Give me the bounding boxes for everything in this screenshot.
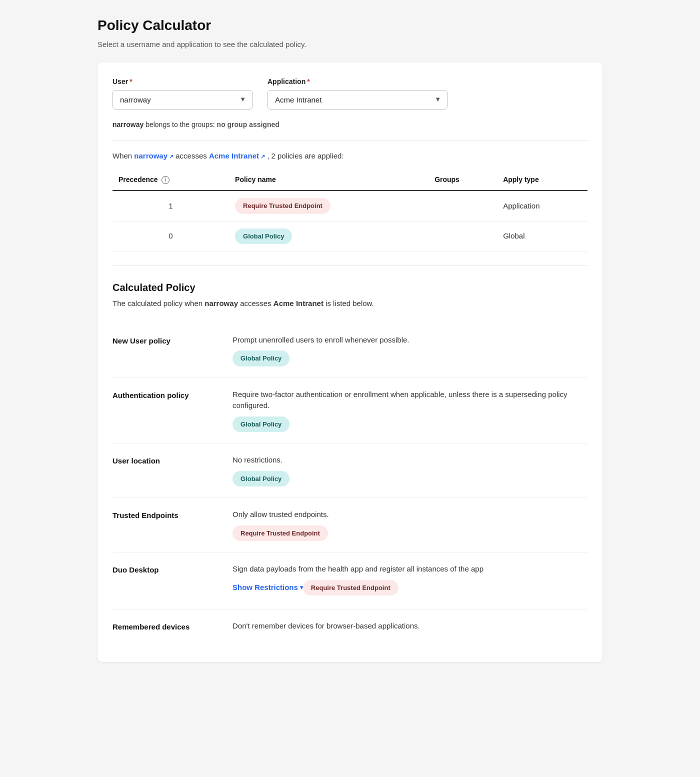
calculated-policy-section: Calculated Policy The calculated policy … <box>112 280 588 648</box>
calculated-policy-title: Calculated Policy <box>112 280 588 295</box>
cell-policy-name: Global Policy <box>229 221 428 252</box>
calculated-policy-desc: The calculated policy when narroway acce… <box>112 298 588 310</box>
policy-detail-text: Prompt unenrolled users to enroll whenev… <box>232 334 588 346</box>
group-info-belongs: belongs to the groups: <box>146 120 215 128</box>
page-subtitle: Select a username and application to see… <box>98 39 602 50</box>
cell-groups <box>428 221 497 252</box>
calculated-policy-row: User locationNo restrictions.Global Poli… <box>112 444 588 498</box>
application-select-wrapper[interactable]: Acme Intranet ▼ <box>268 90 448 110</box>
policy-detail-text: No restrictions. <box>232 454 588 466</box>
calculated-policy-detail: Require two-factor authentication or enr… <box>232 389 588 432</box>
calculated-policy-detail: Don't remember devices for browser-based… <box>232 620 588 637</box>
page-title: Policy Calculator <box>98 15 602 36</box>
group-info: narroway belongs to the groups: no group… <box>112 120 588 140</box>
user-select[interactable]: narroway <box>112 90 252 110</box>
cell-precedence: 0 <box>112 221 229 252</box>
calculated-policy-label: Duo Desktop <box>112 564 212 598</box>
table-row: 1Require Trusted EndpointApplication <box>112 190 588 221</box>
application-label: Application* <box>268 76 448 87</box>
policy-detail-text: Only allow trusted endpoints. <box>232 509 588 520</box>
policy-summary-middle: accesses <box>176 152 207 160</box>
col-precedence: Precedence i <box>112 170 229 190</box>
cell-groups <box>428 190 497 221</box>
policy-badge: Global Policy <box>235 228 292 244</box>
policy-detail-text: Require two-factor authentication or enr… <box>232 389 588 412</box>
calculated-policy-label: User location <box>112 454 212 486</box>
policy-summary-app-link[interactable]: Acme Intranet↗ <box>209 152 267 160</box>
calculated-policy-detail: No restrictions.Global Policy <box>232 454 588 486</box>
calculated-policy-label: Remembered devices <box>112 620 212 637</box>
col-policy-name: Policy name <box>229 170 428 190</box>
show-restrictions-label: Show Restrictions <box>232 582 298 594</box>
calculated-policy-label: Trusted Endpoints <box>112 509 212 541</box>
section-divider <box>112 266 588 266</box>
policy-summary-text-before: When <box>112 152 132 160</box>
policy-detail-text: Sign data payloads from the health app a… <box>232 564 588 575</box>
user-select-wrapper[interactable]: narroway ▼ <box>112 90 252 110</box>
calculated-policy-detail: Sign data payloads from the health app a… <box>232 564 588 598</box>
calculated-policy-badge: Global Policy <box>232 416 290 432</box>
calculated-policy-rows: New User policyPrompt unenrolled users t… <box>112 324 588 648</box>
calculated-policy-row: Duo DesktopSign data payloads from the h… <box>112 552 588 610</box>
cell-policy-name: Require Trusted Endpoint <box>229 190 428 221</box>
calculated-policy-label: Authentication policy <box>112 389 212 432</box>
policies-table: Precedence i Policy name Groups Apply ty… <box>112 170 588 252</box>
calculated-policy-detail: Prompt unenrolled users to enroll whenev… <box>232 334 588 366</box>
policy-summary-username-link[interactable]: narroway↗ <box>134 152 176 160</box>
cell-precedence: 1 <box>112 190 229 221</box>
app-ext-icon: ↗ <box>260 152 265 161</box>
form-row: User* narroway ▼ Application* Acme Intra… <box>112 76 588 110</box>
policy-summary: When narroway↗ accesses Acme Intranet↗ ,… <box>112 150 588 162</box>
calculated-policy-badge: Require Trusted Endpoint <box>303 580 398 596</box>
policy-detail-text: Don't remember devices for browser-based… <box>232 620 588 632</box>
application-select[interactable]: Acme Intranet <box>268 90 448 110</box>
calculated-policy-badge: Global Policy <box>232 350 290 366</box>
cell-apply-type: Application <box>497 190 588 221</box>
group-info-no-group: no group assigned <box>217 120 280 128</box>
precedence-info-icon[interactable]: i <box>162 176 170 184</box>
calculated-policy-row: Remembered devicesDon't remember devices… <box>112 610 588 648</box>
calculated-policy-row: Trusted EndpointsOnly allow trusted endp… <box>112 498 588 552</box>
table-row: 0Global PolicyGlobal <box>112 221 588 252</box>
policy-badge: Require Trusted Endpoint <box>235 198 330 214</box>
group-info-username: narroway <box>112 120 144 128</box>
col-apply-type: Apply type <box>497 170 588 190</box>
calculated-policy-label: New User policy <box>112 334 212 366</box>
calculated-policy-badge: Global Policy <box>232 471 290 487</box>
calculated-policy-row: Authentication policyRequire two-factor … <box>112 378 588 444</box>
show-restrictions-link[interactable]: Show Restrictions ▾ <box>232 582 303 594</box>
calculated-policy-detail: Only allow trusted endpoints.Require Tru… <box>232 509 588 541</box>
col-groups: Groups <box>428 170 497 190</box>
table-header-row: Precedence i Policy name Groups Apply ty… <box>112 170 588 190</box>
application-form-group: Application* Acme Intranet ▼ <box>268 76 448 110</box>
cell-apply-type: Global <box>497 221 588 252</box>
user-label: User* <box>112 76 252 87</box>
calculated-policy-row: New User policyPrompt unenrolled users t… <box>112 324 588 378</box>
user-ext-icon: ↗ <box>169 152 174 161</box>
page-container: Policy Calculator Select a username and … <box>88 0 612 692</box>
main-card: User* narroway ▼ Application* Acme Intra… <box>98 62 602 662</box>
chevron-down-icon: ▾ <box>300 583 303 592</box>
policy-summary-after: , 2 policies are applied: <box>267 152 344 160</box>
calculated-policy-badge: Require Trusted Endpoint <box>232 526 328 542</box>
user-form-group: User* narroway ▼ <box>112 76 252 110</box>
